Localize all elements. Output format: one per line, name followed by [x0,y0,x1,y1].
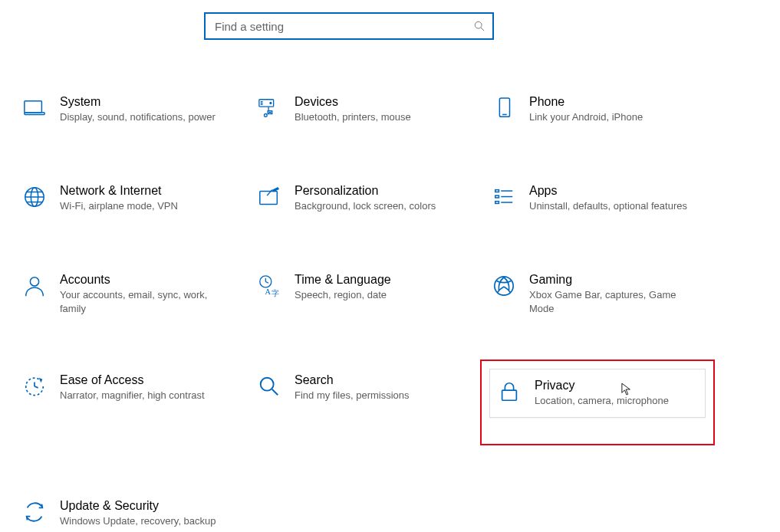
tile-gaming[interactable]: Gaming Xbox Game Bar, captures, Game Mod… [489,268,704,320]
tile-desc: Wi-Fi, airplane mode, VPN [60,199,222,213]
tile-desc: Narrator, magnifier, high contrast [60,389,222,402]
svg-line-35 [272,389,278,396]
phone-icon [492,95,529,120]
tile-title: Phone [529,95,692,109]
tile-title: Accounts [60,273,222,287]
svg-rect-3 [25,113,44,115]
svg-rect-23 [495,202,499,204]
tile-title: Privacy [535,379,691,392]
tile-desc: Windows Update, recovery, backup [60,514,222,528]
tile-title: System [60,95,222,109]
search-container [0,0,780,40]
tile-desc: Location, camera, microphone [535,394,691,408]
svg-line-1 [481,28,484,31]
network-icon [23,184,60,209]
svg-point-9 [264,114,267,117]
tile-title: Devices [295,95,457,109]
tile-title: Search [295,373,457,387]
personalization-icon [258,184,295,209]
tile-title: Time & Language [295,273,457,287]
settings-grid: System Display, sound, notifications, po… [0,90,780,532]
apps-icon [492,184,529,209]
tile-ease-of-access[interactable]: Ease of Access Narrator, magnifier, high… [20,369,235,445]
svg-line-33 [35,386,38,388]
search-category-icon [258,373,295,398]
tile-title: Network & Internet [60,184,222,198]
svg-text:字: 字 [272,289,279,297]
gaming-icon [492,273,529,297]
tile-desc: Find my files, permissions [295,389,457,402]
ease-of-access-icon [23,373,60,398]
accounts-icon [23,273,60,297]
tile-desc: Uninstall, defaults, optional features [529,199,692,213]
tile-system[interactable]: System Display, sound, notifications, po… [20,90,235,130]
tile-network[interactable]: Network & Internet Wi-Fi, airplane mode,… [20,179,235,219]
tile-desc: Your accounts, email, sync, work, family [60,288,222,315]
tile-desc: Link your Android, iPhone [529,110,692,124]
tile-search[interactable]: Search Find my files, permissions [255,369,469,445]
search-input[interactable] [215,20,474,33]
tile-desc: Background, lock screen, colors [295,199,457,213]
tile-personalization[interactable]: Personalization Background, lock screen,… [255,179,469,219]
tile-title: Update & Security [60,499,222,513]
svg-line-28 [265,281,268,283]
devices-icon [258,95,295,120]
tile-apps[interactable]: Apps Uninstall, defaults, optional featu… [489,179,704,219]
update-security-icon [23,499,60,524]
tile-title: Ease of Access [60,373,222,387]
search-box[interactable] [204,12,494,40]
tile-desc: Speech, region, date [295,288,457,302]
svg-point-31 [495,277,513,295]
svg-rect-2 [25,101,42,113]
svg-rect-36 [502,390,517,400]
svg-text:A: A [265,287,271,296]
tile-desc: Xbox Game Bar, captures, Game Mode [529,288,692,315]
tile-devices[interactable]: Devices Bluetooth, printers, mouse [255,90,469,130]
tile-desc: Display, sound, notifications, power [60,110,222,124]
svg-point-25 [30,277,38,286]
svg-rect-19 [495,190,499,192]
tile-privacy[interactable]: Privacy Location, camera, microphone [489,369,706,418]
svg-rect-21 [495,195,499,198]
tile-title: Gaming [529,273,692,287]
tile-desc: Bluetooth, printers, mouse [295,110,457,124]
tile-accounts[interactable]: Accounts Your accounts, email, sync, wor… [20,268,235,320]
tile-phone[interactable]: Phone Link your Android, iPhone [489,90,704,130]
tile-update-security[interactable]: Update & Security Windows Update, recove… [20,494,235,532]
time-language-icon: A 字 [258,273,295,297]
tile-title: Personalization [295,184,457,198]
svg-rect-10 [499,98,509,117]
privacy-icon [498,379,535,403]
system-icon [23,95,60,120]
search-icon [474,21,485,31]
svg-point-34 [261,378,274,391]
privacy-highlight: Privacy Location, camera, microphone [480,360,715,445]
tile-time-language[interactable]: A 字 Time & Language Speech, region, date [255,268,469,320]
svg-point-8 [270,103,272,104]
tile-title: Apps [529,184,692,198]
